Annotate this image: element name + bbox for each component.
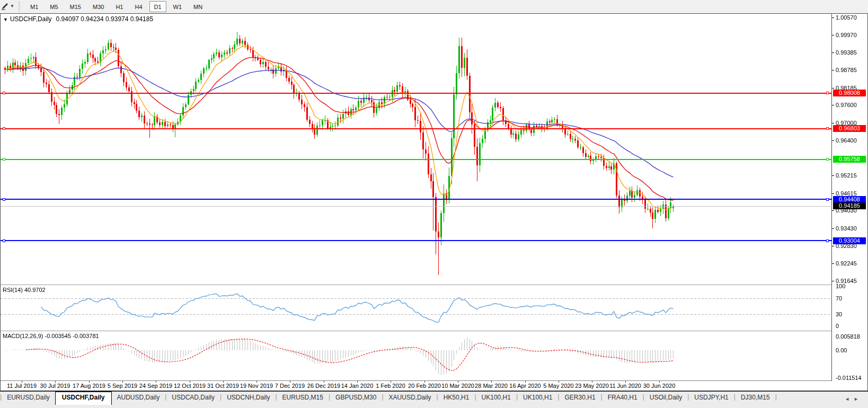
chart-tab-uk100-h1[interactable]: UK100,H1 bbox=[518, 392, 557, 404]
price-axis-tick bbox=[832, 17, 834, 18]
price-axis-label: 0.92245 bbox=[836, 260, 857, 267]
chart-tab-dj30-m15[interactable]: DJ30,M15 bbox=[736, 392, 775, 404]
price-axis-tick bbox=[832, 281, 834, 281]
price-axis-label: 0.98785 bbox=[836, 67, 857, 73]
chart-tab-uk100-h1[interactable]: UK100,H1 bbox=[476, 392, 516, 404]
price-level-badge: 0.95758 bbox=[833, 156, 866, 163]
rsi-axis-label: 0 bbox=[836, 323, 839, 329]
axis-divider bbox=[831, 14, 832, 381]
price-axis-tick bbox=[832, 105, 834, 105]
price-axis-tick bbox=[832, 246, 834, 246]
price-axis-label: 0.99385 bbox=[836, 49, 857, 56]
price-axis-label: 0.97600 bbox=[836, 102, 857, 108]
rsi-axis-label: 100 bbox=[836, 283, 845, 289]
chart-title: ▼USDCHF,Daily0.94097 0.94234 0.93974 0.9… bbox=[3, 15, 153, 23]
rsi-label: RSI(14) 40.9702 bbox=[3, 287, 46, 293]
chart-tab-ger30-h1[interactable]: GER30,H1 bbox=[560, 392, 601, 404]
horizontal-line-0.96803[interactable] bbox=[1, 128, 832, 129]
timeframe-button-m5[interactable]: M5 bbox=[45, 1, 63, 12]
line-end-marker[interactable] bbox=[826, 92, 829, 94]
toolbar-grip[interactable] bbox=[17, 2, 20, 12]
macd-canvas[interactable] bbox=[1, 332, 832, 380]
chart-dropdown-icon[interactable]: ▼ bbox=[3, 17, 8, 22]
chart-ohlc-values: 0.94097 0.94234 0.93974 0.94185 bbox=[56, 15, 154, 23]
chart-tab-usdcnh-daily[interactable]: USDCNH,Daily bbox=[222, 392, 275, 404]
chart-window: ▼USDCHF,Daily0.94097 0.94234 0.93974 0.9… bbox=[0, 13, 868, 391]
line-end-marker[interactable] bbox=[826, 240, 829, 242]
price-axis-tick bbox=[832, 123, 834, 123]
price-axis-label: 0.95215 bbox=[836, 172, 857, 179]
chart-tab-hk50-h1[interactable]: HK50,H1 bbox=[438, 392, 475, 404]
tab-scroll-arrows[interactable]: ◄► bbox=[845, 396, 863, 402]
price-axis-label: 0.99970 bbox=[836, 32, 857, 38]
line-style-tool-icon[interactable] bbox=[1, 2, 9, 11]
timeframe-button-m1[interactable]: M1 bbox=[25, 1, 43, 12]
top-toolbar: ▼ M1M5M15M30H1H4D1W1MN bbox=[0, 0, 868, 13]
timeframe-button-h1[interactable]: H1 bbox=[111, 1, 128, 12]
price-chart-canvas[interactable] bbox=[1, 14, 832, 285]
line-end-marker[interactable] bbox=[826, 198, 829, 201]
price-axis-tick bbox=[832, 210, 834, 211]
horizontal-line-0.95758[interactable] bbox=[1, 159, 832, 160]
macd-axis-label: -0.011514 bbox=[836, 375, 862, 381]
chart-tab-usdchf-daily[interactable]: USDCHF,Daily bbox=[55, 392, 112, 405]
date-axis[interactable]: 11 Jul 201930 Jul 201917 Aug 20195 Sep 2… bbox=[1, 381, 867, 391]
price-axis-label: 0.93430 bbox=[836, 225, 857, 232]
line-end-marker[interactable] bbox=[826, 127, 829, 130]
tab-scroll-right-icon[interactable]: ► bbox=[854, 396, 863, 402]
line-end-marker[interactable] bbox=[3, 158, 5, 161]
chart-tab-eurusd-m15[interactable]: EURUSD,M15 bbox=[277, 392, 329, 404]
chart-symbol-label: USDCHF,Daily bbox=[10, 15, 52, 23]
line-end-marker[interactable] bbox=[3, 92, 5, 94]
price-axis-label: 1.00570 bbox=[836, 14, 857, 21]
chart-tab-fra40-h1[interactable]: FRA40,H1 bbox=[603, 392, 643, 404]
chart-tab-usoil-daily[interactable]: USOil,Daily bbox=[644, 392, 687, 404]
tab-separator: | bbox=[775, 392, 777, 401]
price-axis-tick bbox=[832, 88, 834, 88]
price-axis-label: 0.96400 bbox=[836, 137, 857, 144]
timeframe-button-m15[interactable]: M15 bbox=[65, 1, 86, 12]
line-end-marker[interactable] bbox=[826, 158, 829, 161]
rsi-canvas[interactable] bbox=[1, 286, 832, 331]
price-axis-tick bbox=[832, 35, 834, 36]
timeframe-button-d1[interactable]: D1 bbox=[149, 1, 166, 12]
price-panel[interactable]: ▼USDCHF,Daily0.94097 0.94234 0.93974 0.9… bbox=[1, 14, 832, 285]
price-axis-tick bbox=[832, 228, 834, 229]
timeframe-button-w1[interactable]: W1 bbox=[169, 1, 187, 12]
chart-tab-bar: |EURUSD,DailyUSDCHF,DailyAUDUSD,Daily|US… bbox=[0, 391, 868, 408]
line-end-marker[interactable] bbox=[3, 240, 5, 242]
timeframe-button-mn[interactable]: MN bbox=[189, 1, 207, 12]
macd-axis-label: 0.005818 bbox=[836, 333, 860, 340]
macd-panel[interactable]: MACD(12,26,9) -0.003545 -0.003781 bbox=[1, 332, 832, 380]
macd-label: MACD(12,26,9) -0.003545 -0.003781 bbox=[3, 333, 99, 339]
tool-dropdown-icon[interactable]: ▼ bbox=[10, 4, 14, 8]
price-axis-tick bbox=[832, 193, 834, 194]
chart-tab-usdjpy-h1[interactable]: USDJPY,H1 bbox=[689, 392, 733, 404]
chart-tab-gbpusd-m30[interactable]: GBPUSD,M30 bbox=[330, 392, 382, 404]
current-price-line bbox=[1, 206, 832, 207]
horizontal-line-0.94408[interactable] bbox=[1, 199, 832, 200]
price-axis-tick bbox=[832, 70, 834, 70]
timeframe-button-h4[interactable]: H4 bbox=[130, 1, 147, 12]
macd-axis-label: 0.00 bbox=[836, 347, 847, 353]
horizontal-line-0.98008[interactable] bbox=[1, 93, 832, 94]
current-price-badge: 0.94185 bbox=[833, 202, 866, 209]
horizontal-line-0.93004[interactable] bbox=[1, 240, 832, 241]
price-axis[interactable]: 1.005700.999700.993850.987850.981850.976… bbox=[832, 14, 867, 381]
line-end-marker[interactable] bbox=[3, 198, 5, 201]
price-level-badge: 0.93004 bbox=[833, 237, 866, 244]
timeframe-button-m30[interactable]: M30 bbox=[88, 1, 109, 12]
price-axis-tick bbox=[832, 175, 834, 176]
chart-tab-usdcad-daily[interactable]: USDCAD,Daily bbox=[166, 392, 220, 404]
tab-scroll-left-icon[interactable]: ◄ bbox=[845, 396, 854, 402]
date-axis-label: 30 Jun 2020 bbox=[635, 383, 683, 389]
line-end-marker[interactable] bbox=[3, 127, 5, 130]
timeframe-toolbar: M1M5M15M30H1H4D1W1MN bbox=[24, 1, 208, 12]
chart-tab-xauusd-daily[interactable]: XAUUSD,Daily bbox=[384, 392, 437, 404]
rsi-panel[interactable]: RSI(14) 40.9702 bbox=[1, 286, 832, 331]
price-axis-tick bbox=[832, 140, 834, 141]
chart-tab-eurusd-daily[interactable]: EURUSD,Daily bbox=[2, 392, 55, 404]
price-level-badge: 0.96803 bbox=[833, 125, 866, 132]
rsi-axis-label: 70 bbox=[836, 295, 842, 301]
chart-tab-audusd-daily[interactable]: AUDUSD,Daily bbox=[112, 392, 165, 404]
